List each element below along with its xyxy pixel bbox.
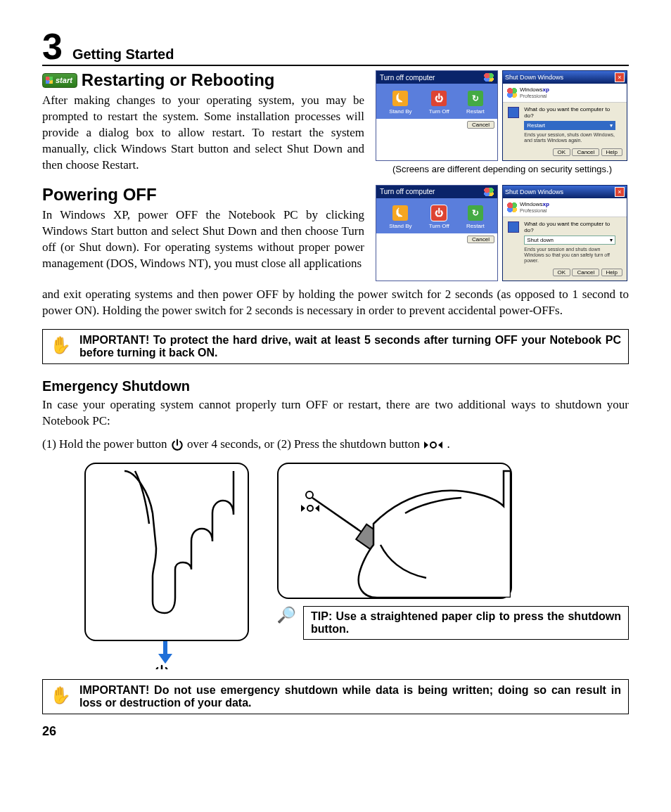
heading-powering-off: Powering OFF (42, 185, 364, 205)
start-button-icon: start (42, 73, 77, 88)
svg-point-0 (430, 442, 436, 448)
illustration-paperclip-col: 🔍 TIP: Use a straightened paper clip to … (277, 463, 629, 669)
body-restarting: After making changes to your operating s… (42, 93, 364, 174)
important-callout-2: ✋ IMPORTANT! Do not use emergency shutdo… (42, 679, 629, 714)
shutdown-dialog: Shut Down Windows × Windowsxp Profession… (502, 70, 627, 161)
figure-dialogs-2: Turn off computer ⏾ Stand By ⏻ Turn Off (376, 185, 629, 284)
windows-flag-icon (45, 76, 53, 84)
standby-option: ⏾ Stand By (389, 205, 411, 229)
standby-option: ⏾ Stand By (389, 91, 411, 115)
windows-flag-icon (484, 188, 494, 196)
turnoff-icon: ⏻ (431, 205, 447, 221)
turnoff-icon: ⏻ (431, 91, 447, 106)
windows-brand: Windowsxp Professional (520, 201, 549, 214)
shutdown-title: Shut Down Windows (505, 74, 563, 81)
turn-off-dialog: Turn off computer ⏾ Stand By ⏻ Turn Off (376, 185, 498, 281)
important-callout-1: ✋ IMPORTANT! To protect the hard drive, … (42, 329, 629, 364)
help-button: Help (601, 269, 622, 276)
important-text-2: IMPORTANT! Do not use emergency shutdown… (79, 684, 621, 709)
turnoff-option: ⏻ Turn Off (429, 205, 449, 229)
illustrations-row: 🔍 TIP: Use a straightened paper clip to … (84, 463, 629, 669)
cancel-button: Cancel (467, 121, 494, 129)
heading-emergency: Emergency Shutdown (42, 378, 629, 394)
shutdown-dialog: Shut Down Windows × Windowsxp Profession… (502, 185, 627, 281)
standby-icon: ⏾ (392, 205, 408, 221)
cancel-button: Cancel (572, 148, 599, 156)
page: 3 Getting Started start Restarting or Re… (0, 0, 671, 760)
magnifier-icon: 🔍 (277, 606, 296, 624)
shutdown-prompt: What do you want the computer to do? (524, 106, 615, 119)
emergency-intro: In case your operating system cannot pro… (42, 397, 629, 430)
windows-brand: Windowsxp Professional (520, 86, 549, 99)
page-number: 26 (42, 724, 629, 739)
turn-off-title: Turn off computer (380, 74, 435, 82)
emergency-steps: (1) Hold the power button over 4 seconds… (42, 437, 629, 453)
ok-button: OK (553, 269, 571, 276)
computer-icon (507, 221, 520, 233)
heading-restarting: Restarting or Rebooting (82, 70, 275, 90)
power-icon (170, 438, 184, 452)
svg-point-3 (307, 505, 313, 511)
ok-button: OK (553, 148, 571, 156)
restart-icon: ↻ (468, 91, 483, 106)
restart-option: ↻ Restart (466, 205, 485, 229)
important-text-1: IMPORTANT! To protect the hard drive, wa… (79, 334, 621, 359)
body-powering-off-1: In Windows XP, power OFF the Notebook PC… (42, 207, 364, 272)
help-button: Help (601, 148, 622, 156)
tip-text: TIP: Use a straightened paper clip to pr… (311, 610, 621, 636)
chapter-title: Getting Started (72, 46, 174, 63)
hand-stop-icon: ✋ (50, 685, 71, 705)
hand-paperclip-icon (279, 464, 511, 598)
shutdown-desc: Ends your session, shuts down Windows, a… (524, 132, 615, 144)
restart-icon: ↻ (468, 205, 483, 221)
cancel-button: Cancel (467, 236, 494, 243)
screenshots-caption: (Screens are different depending on secu… (376, 164, 629, 174)
standby-icon: ⏾ (392, 91, 408, 106)
body-powering-off-2: and exit operating systems and then powe… (42, 287, 629, 319)
shutdown-button-icon (423, 440, 444, 450)
hand-press-power-icon (86, 464, 248, 640)
shutdown-select: Restart▾ (524, 121, 615, 130)
svg-point-2 (306, 491, 313, 498)
start-label: start (56, 76, 72, 84)
windows-flag-icon (507, 88, 517, 98)
section-powering-off: Powering OFF In Windows XP, power OFF th… (42, 185, 629, 284)
cancel-button: Cancel (572, 269, 599, 276)
shutdown-select: Shut down▾ (524, 236, 615, 245)
close-icon: × (615, 187, 625, 197)
computer-icon (507, 106, 520, 119)
hand-stop-icon: ✋ (50, 335, 71, 355)
close-icon: × (615, 72, 625, 82)
illustration-hold-power (84, 463, 249, 669)
restart-option: ↻ Restart (466, 91, 485, 115)
turn-off-dialog: Turn off computer ⏾ Stand By ⏻ Turn Off (376, 70, 498, 161)
tip-callout: 🔍 TIP: Use a straightened paper clip to … (277, 606, 629, 640)
chapter-header: 3 Getting Started (42, 28, 629, 66)
section-restarting: start Restarting or Rebooting After maki… (42, 70, 629, 175)
windows-flag-icon (484, 73, 494, 82)
figure-dialogs-1: Turn off computer ⏾ Stand By ⏻ Turn Off (376, 70, 629, 175)
turnoff-option: ⏻ Turn Off (429, 91, 449, 115)
chapter-number: 3 (42, 28, 63, 65)
windows-flag-icon (507, 202, 517, 212)
